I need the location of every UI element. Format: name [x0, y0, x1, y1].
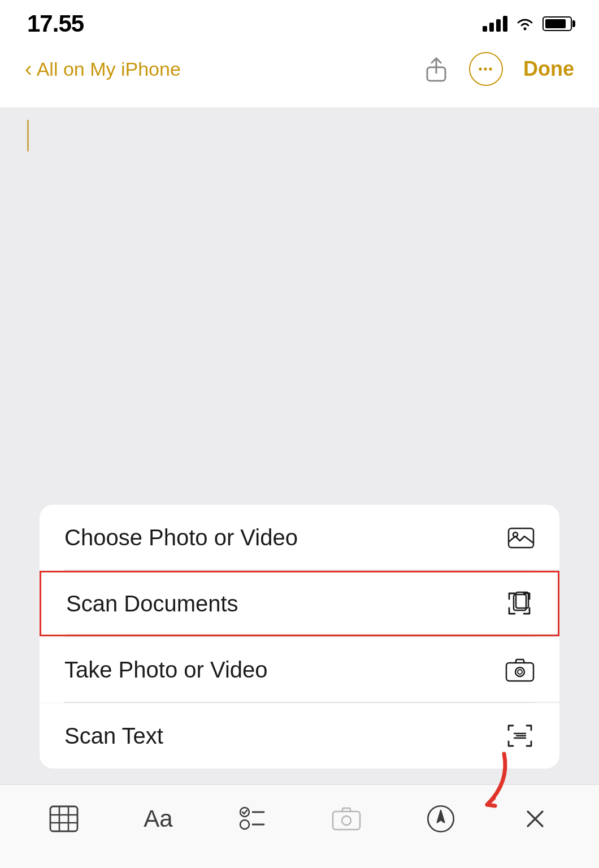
checklist-icon	[238, 804, 267, 834]
nav-back-button[interactable]: ‹ All on My iPhone	[25, 57, 181, 81]
menu-item-take-photo[interactable]: Take Photo or Video	[40, 637, 559, 702]
choose-photo-label: Choose Photo or Video	[64, 525, 298, 550]
done-button[interactable]: Done	[523, 57, 574, 81]
chevron-left-icon: ‹	[25, 57, 32, 81]
menu-item-scan-documents[interactable]: Scan Documents	[40, 571, 559, 636]
camera-toolbar-icon	[332, 804, 361, 834]
font-icon: Aa	[144, 805, 172, 832]
camera-button[interactable]	[324, 796, 369, 841]
signal-bar-4	[503, 16, 507, 32]
signal-bars-icon	[483, 16, 507, 32]
photo-icon	[507, 525, 535, 550]
status-time: 17.55	[27, 10, 84, 37]
table-icon	[49, 804, 79, 834]
camera-icon	[505, 657, 535, 682]
font-button[interactable]: Aa	[136, 796, 181, 841]
location-icon	[426, 804, 455, 834]
svg-point-7	[515, 667, 524, 676]
svg-point-22	[342, 816, 351, 825]
signal-bar-1	[483, 26, 487, 32]
signal-bar-2	[489, 23, 494, 32]
location-button[interactable]	[418, 796, 463, 841]
checklist-button[interactable]	[230, 796, 275, 841]
svg-point-19	[240, 820, 249, 829]
note-area[interactable]	[0, 95, 599, 502]
scan-documents-label: Scan Documents	[66, 591, 238, 617]
scan-text-icon	[505, 722, 535, 749]
status-bar: 17.55	[0, 0, 599, 43]
main-container: 17.55 ‹ All on My iPhone	[0, 0, 599, 868]
close-icon	[520, 804, 550, 834]
scan-doc-icon	[506, 590, 533, 617]
popup-menu: Choose Photo or Video Scan Documents	[40, 505, 559, 769]
battery-fill	[545, 19, 566, 28]
popup-menu-container: Choose Photo or Video Scan Documents	[0, 505, 599, 784]
close-button[interactable]	[513, 796, 558, 841]
more-button[interactable]: •••	[469, 52, 503, 86]
svg-point-8	[518, 670, 522, 674]
table-button[interactable]	[41, 796, 86, 841]
more-dots-icon: •••	[478, 63, 493, 76]
svg-rect-6	[506, 663, 533, 681]
menu-item-choose-photo[interactable]: Choose Photo or Video	[40, 505, 559, 570]
status-icons	[483, 16, 572, 32]
scan-text-label: Scan Text	[64, 723, 163, 749]
battery-icon	[542, 16, 572, 31]
svg-rect-12	[50, 806, 77, 831]
svg-point-0	[524, 28, 527, 31]
nav-back-label: All on My iPhone	[37, 58, 181, 80]
menu-item-scan-text[interactable]: Scan Text	[40, 703, 559, 769]
nav-bar: ‹ All on My iPhone ••• Done	[0, 43, 599, 95]
bottom-toolbar: Aa	[0, 784, 599, 868]
text-cursor	[27, 120, 29, 151]
signal-bar-3	[496, 19, 501, 32]
wifi-icon	[515, 16, 535, 32]
share-icon[interactable]	[424, 55, 449, 83]
svg-rect-21	[333, 811, 360, 830]
take-photo-label: Take Photo or Video	[64, 657, 268, 683]
nav-actions: ••• Done	[424, 52, 574, 86]
